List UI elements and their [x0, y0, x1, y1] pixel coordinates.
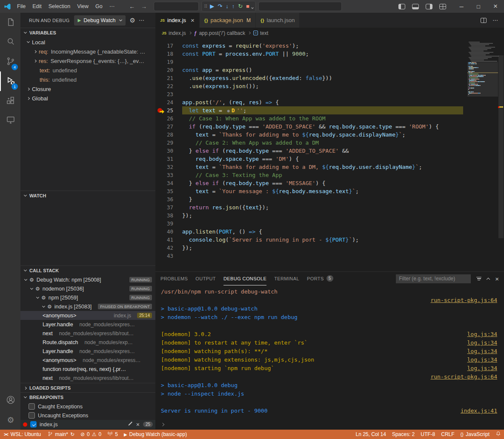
line-number[interactable]: 39: [155, 220, 182, 228]
breakpoint-row[interactable]: index.js×25: [20, 420, 155, 429]
debug-views-more-icon[interactable]: ⋯: [139, 17, 144, 23]
code-line-text[interactable]: });: [182, 244, 463, 252]
git-branch-item[interactable]: main* ↻: [45, 430, 77, 439]
activitybar-extensions[interactable]: [0, 91, 20, 111]
expander-icon[interactable]: [30, 286, 33, 289]
line-number[interactable]: 27: [155, 123, 182, 131]
line-number[interactable]: 25: [155, 106, 182, 114]
nav-back-icon[interactable]: ←: [129, 3, 135, 10]
debug-config-dropdown[interactable]: ▶ Debug Watch: [74, 15, 126, 26]
code-line-text[interactable]: req.body.space.type === 'DM') {: [182, 155, 463, 163]
expander-icon[interactable]: [36, 295, 39, 298]
line-number[interactable]: 43: [155, 252, 182, 260]
remote-indicator[interactable]: >< WSL: Ubuntu: [0, 430, 45, 439]
close-panel-icon[interactable]: ×: [495, 275, 499, 282]
maximize-panel-icon[interactable]: [487, 277, 490, 281]
activitybar-settings[interactable]: ⚙: [0, 410, 20, 430]
breakpoint-checkbox[interactable]: [29, 403, 35, 410]
code-line-text[interactable]: console.log(`Server is running in port -…: [182, 236, 463, 244]
code-line-text[interactable]: }: [182, 195, 463, 203]
expander-icon[interactable]: [34, 59, 37, 62]
code-line-text[interactable]: text = `Thanks for adding me to a DM, ${…: [182, 163, 463, 171]
editor-tab-index.js[interactable]: JSindex.js×: [155, 13, 200, 28]
line-number[interactable]: 23: [155, 90, 182, 98]
maximize-window-icon[interactable]: □: [470, 0, 487, 13]
breadcrumb-symbol-text[interactable]: text: [253, 30, 268, 36]
edit-breakpoint-icon[interactable]: [128, 421, 133, 428]
watch-header[interactable]: WATCH: [20, 191, 155, 200]
code-line-text[interactable]: let text = ●D'';: [182, 106, 463, 114]
expander-icon[interactable]: [24, 277, 27, 280]
code-line-text[interactable]: // Case 3: Texting the App: [182, 171, 463, 179]
expander-icon[interactable]: [27, 87, 30, 90]
console-source-link[interactable]: index.js:41: [452, 407, 497, 415]
editor-tab-launch.json[interactable]: {}launch.json: [256, 13, 300, 28]
activitybar-search[interactable]: [0, 32, 20, 52]
line-number[interactable]: 22: [155, 82, 182, 90]
code-line-text[interactable]: });: [182, 211, 463, 220]
callstack-session[interactable]: ⚙npm [25059]RUNNING: [20, 293, 155, 302]
panel-tab-problems[interactable]: PROBLEMS: [160, 272, 188, 285]
panel-tab-ports[interactable]: PORTS5: [307, 272, 333, 285]
menu-[interactable]: ⋯: [106, 0, 118, 13]
variables-row[interactable]: req:IncomingMessage {_readableState: …: [20, 47, 155, 56]
line-number[interactable]: 20: [155, 66, 182, 74]
debug-stop-icon[interactable]: ■: [244, 1, 251, 11]
callstack-frame[interactable]: Route.dispatchnode_modules/exp…: [20, 338, 155, 347]
indentation-item[interactable]: Spaces: 2: [389, 430, 418, 439]
line-number[interactable]: 42: [155, 244, 182, 252]
editor-scrollbar[interactable]: [498, 38, 504, 271]
line-number[interactable]: 26: [155, 114, 182, 123]
code-line-text[interactable]: const express = require('express');: [182, 42, 463, 50]
callstack-session[interactable]: ⚙Debug Watch: npm [25008]RUNNING: [20, 275, 155, 284]
menu-file[interactable]: File: [14, 0, 29, 13]
code-line-text[interactable]: if (req.body.type === 'ADDED_TO_SPACE' &…: [182, 123, 463, 131]
line-number[interactable]: 37: [155, 203, 182, 211]
close-tab-icon[interactable]: ×: [191, 17, 195, 23]
code-line-text[interactable]: app.post('/', (req, res) => {: [182, 98, 463, 106]
code-line-text[interactable]: [182, 90, 463, 98]
code-line-text[interactable]: .use(express.json());: [182, 82, 463, 90]
code-line-text[interactable]: app.listen(PORT, () => {: [182, 228, 463, 236]
line-number[interactable]: 38: [155, 211, 182, 220]
loaded-scripts-header[interactable]: LOADED SCRIPTS: [20, 383, 155, 392]
language-item[interactable]: {} JavaScript: [458, 430, 493, 439]
line-number[interactable]: 32: [155, 163, 182, 171]
expander-icon[interactable]: [34, 50, 37, 53]
toggle-panel-icon[interactable]: [412, 4, 419, 9]
console-filter-input[interactable]: [396, 274, 471, 283]
variables-row[interactable]: Global: [20, 94, 155, 103]
code-line-text[interactable]: [182, 220, 463, 228]
callstack-frame[interactable]: Layer.handlenode_modules/expres…: [20, 347, 155, 356]
callstack-frame[interactable]: function router(req, res, next) {.pr…: [20, 365, 155, 373]
line-number[interactable]: 28: [155, 131, 182, 139]
code-line-text[interactable]: const PORT = process.env.PORT || 9000;: [182, 50, 463, 58]
code-line-text[interactable]: const app = express(): [182, 66, 463, 74]
problems-item[interactable]: ⊘0 ⚠0: [77, 430, 104, 439]
variables-row[interactable]: text:undefined: [20, 66, 155, 75]
line-number[interactable]: 18: [155, 50, 182, 58]
command-center-search[interactable]: [258, 2, 342, 11]
eol-item[interactable]: CRLF: [438, 430, 457, 439]
callstack-session[interactable]: ⚙nodemon [25036]RUNNING: [20, 284, 155, 293]
code-line-text[interactable]: return res.json({text});: [182, 203, 463, 211]
code-line-text[interactable]: } else if (req.body.type === 'MESSAGE') …: [182, 179, 463, 187]
line-number[interactable]: 21: [155, 74, 182, 82]
debug-stop-dropdown-icon[interactable]: [252, 3, 253, 10]
code-line-text[interactable]: .use(express.urlencoded({extended: false…: [182, 74, 463, 82]
variables-row[interactable]: this:undefined: [20, 75, 155, 84]
menu-selection[interactable]: Selection: [45, 0, 74, 13]
filter-icon[interactable]: [476, 277, 481, 280]
remove-breakpoint-icon[interactable]: ×: [136, 422, 140, 428]
code-line-text[interactable]: [182, 252, 463, 260]
debug-console-prompt[interactable]: [155, 419, 504, 430]
line-number[interactable]: 36: [155, 195, 182, 203]
activitybar-remote-explorer[interactable]: [0, 111, 20, 130]
line-number[interactable]: 29: [155, 139, 182, 147]
expander-icon[interactable]: [27, 97, 30, 100]
variables-row[interactable]: Closure: [20, 84, 155, 94]
cursor-position-item[interactable]: Ln 25, Col 14: [353, 430, 389, 439]
nav-forward-icon[interactable]: →: [141, 3, 147, 10]
breakpoint-row[interactable]: Caught Exceptions: [20, 402, 155, 411]
callstack-frame[interactable]: nextnode_modules/express/lib/rout…: [20, 373, 155, 382]
